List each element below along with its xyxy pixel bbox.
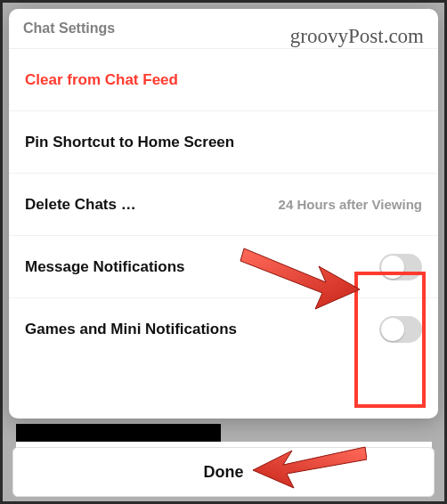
message-notifications-label: Message Notifications bbox=[25, 258, 185, 276]
sheet-header: Chat Settings bbox=[9, 9, 438, 49]
done-button-label: Done bbox=[204, 463, 244, 482]
annotation-highlight-box bbox=[354, 272, 426, 408]
delete-chats-row[interactable]: Delete Chats … 24 Hours after Viewing bbox=[9, 174, 438, 236]
delete-chats-label: Delete Chats … bbox=[25, 196, 136, 214]
sheet-title: Chat Settings bbox=[23, 20, 115, 37]
games-notifications-label: Games and Mini Notifications bbox=[25, 321, 237, 338]
done-button[interactable]: Done bbox=[12, 447, 435, 497]
clear-from-chat-feed-label: Clear from Chat Feed bbox=[25, 71, 178, 89]
pin-shortcut-row[interactable]: Pin Shortcut to Home Screen bbox=[9, 111, 438, 174]
delete-chats-value: 24 Hours after Viewing bbox=[279, 197, 422, 212]
pin-shortcut-label: Pin Shortcut to Home Screen bbox=[25, 134, 234, 151]
clear-from-chat-feed-row[interactable]: Clear from Chat Feed bbox=[9, 49, 438, 111]
